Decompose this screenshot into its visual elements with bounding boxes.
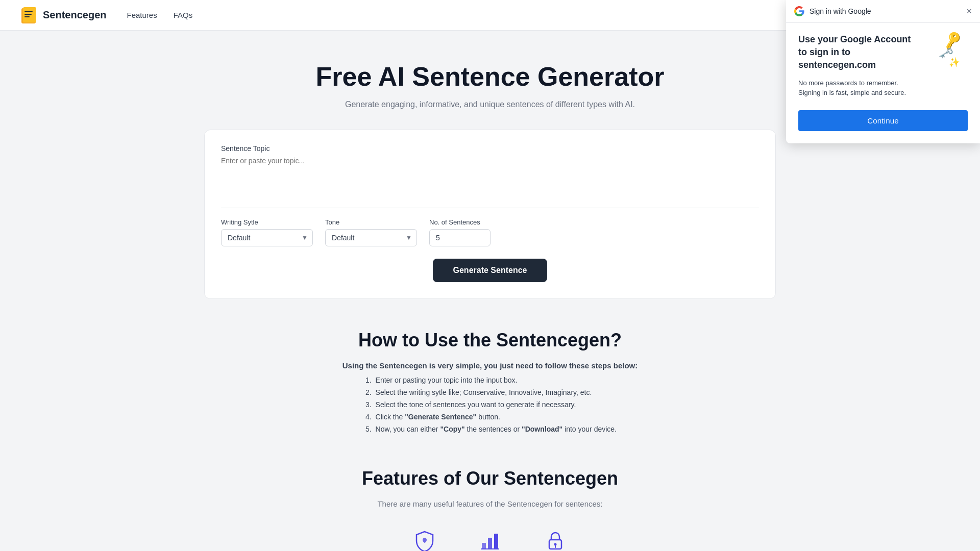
svg-rect-5	[482, 543, 486, 549]
svg-rect-4	[24, 16, 30, 17]
hero-title: Free AI Sentence Generator	[204, 61, 776, 92]
how-step-1: 1. Enter or pasting your topic into the …	[363, 376, 617, 384]
generator-card: Sentence Topic Writing Sytle Default ▼ T…	[204, 130, 776, 299]
logo-text: Sentencegen	[43, 9, 106, 21]
how-step-4: 4. Click the "Generate Sentence" button.	[363, 413, 617, 421]
lock-icon	[543, 529, 568, 551]
svg-rect-6	[488, 538, 492, 549]
writing-style-select[interactable]: Default	[221, 229, 313, 246]
feature-item-chart	[478, 529, 502, 551]
nav-faqs[interactable]: FAQs	[174, 11, 193, 19]
feature-item-lock	[543, 529, 568, 551]
logo-icon	[20, 6, 39, 24]
google-signin-popup: Sign in with Google × Use your Google Ac…	[786, 0, 980, 143]
num-sentences-input[interactable]	[429, 229, 491, 246]
popup-close-button[interactable]: ×	[966, 7, 972, 16]
tone-label: Tone	[325, 218, 417, 226]
generate-btn-wrapper: Generate Sentence	[221, 259, 759, 282]
svg-rect-3	[24, 14, 32, 15]
nav-links: Features FAQs	[127, 11, 880, 19]
card-divider	[221, 208, 759, 208]
popup-text: Use your Google Account to sign in to se…	[798, 33, 919, 98]
tone-select-wrapper: Default ▼	[325, 229, 417, 246]
continue-button[interactable]: Continue	[798, 110, 968, 131]
popup-description: No more passwords to remember. Signing i…	[798, 78, 919, 98]
how-step-5: 5. Now, you can either "Copy" the senten…	[363, 425, 617, 433]
shield-heart-icon	[412, 529, 437, 551]
nav-features[interactable]: Features	[127, 11, 157, 19]
features-section: Features of Our Sentencegen There are ma…	[204, 468, 776, 551]
writing-style-label: Writing Sytle	[221, 218, 313, 226]
how-steps-list: 1. Enter or pasting your topic into the …	[363, 376, 617, 437]
features-subtitle: There are many useful features of the Se…	[204, 499, 776, 508]
svg-rect-2	[24, 11, 33, 12]
generate-button[interactable]: Generate Sentence	[433, 259, 548, 282]
writing-style-group: Writing Sytle Default ▼	[221, 218, 313, 246]
how-to-use-section: How to Use the Sentencegen? Using the Se…	[204, 330, 776, 437]
topic-label: Sentence Topic	[221, 144, 759, 153]
popup-header-title: Sign in with Google	[810, 7, 961, 15]
popup-illustration: 🔑 🗝️ ✨	[927, 33, 968, 74]
how-to-use-title: How to Use the Sentencegen?	[204, 330, 776, 351]
popup-header: Sign in with Google ×	[786, 0, 980, 23]
how-step-2: 2. Select the writing sytle like; Conser…	[363, 388, 617, 396]
feature-item-shield	[412, 529, 437, 551]
tone-select[interactable]: Default	[325, 229, 417, 246]
site-logo[interactable]: Sentencegen	[20, 6, 106, 24]
svg-rect-7	[494, 534, 498, 549]
tone-group: Tone Default ▼	[325, 218, 417, 246]
popup-footer: Continue	[786, 110, 980, 143]
key-emoji-3: ✨	[948, 56, 960, 68]
key-emojis-illustration: 🔑 🗝️ ✨	[927, 33, 968, 74]
how-step-3: 3. Select the tone of sentences you want…	[363, 400, 617, 409]
card-controls: Writing Sytle Default ▼ Tone Default ▼	[221, 218, 759, 246]
topic-input[interactable]	[221, 157, 759, 197]
how-intro: Using the Sentencegen is very simple, yo…	[204, 361, 776, 370]
writing-style-select-wrapper: Default ▼	[221, 229, 313, 246]
bar-chart-icon	[478, 529, 502, 551]
main-content: Free AI Sentence Generator Generate enga…	[184, 31, 796, 551]
num-sentences-label: No. of Sentences	[429, 218, 491, 226]
popup-body: Use your Google Account to sign in to se…	[786, 23, 980, 110]
popup-main-text: Use your Google Account to sign in to se…	[798, 33, 919, 72]
hero-subtitle: Generate engaging, informative, and uniq…	[204, 100, 776, 109]
features-title: Features of Our Sentencegen	[204, 468, 776, 489]
num-sentences-group: No. of Sentences	[429, 218, 491, 246]
features-grid	[204, 529, 776, 551]
google-g-icon	[794, 6, 804, 16]
